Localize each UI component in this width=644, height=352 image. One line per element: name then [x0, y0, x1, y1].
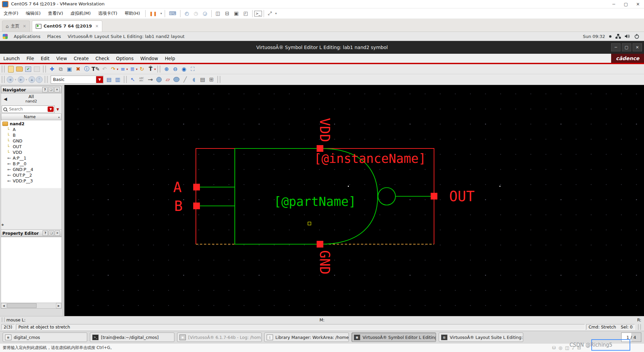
notes-icon[interactable]: ▤ [199, 76, 207, 84]
tree-net-out[interactable]: └OUT [2, 144, 61, 149]
menu-view[interactable]: View [53, 56, 70, 61]
pin-label-gnd[interactable]: GND [317, 250, 332, 274]
rotate-icon[interactable]: ↻ [138, 65, 146, 73]
virtuoso-maximize-button[interactable]: ▢ [622, 43, 631, 51]
menu-edit[interactable]: Edit [37, 56, 53, 61]
tray-hdd-icon[interactable]: ⛁ [552, 345, 556, 350]
pin-square-b[interactable] [193, 203, 200, 209]
tree-name-header[interactable]: Name ▴ [1, 114, 61, 120]
navigator-titlebar[interactable]: Navigator ? ❏ ✕ [1, 86, 61, 93]
property-float-icon[interactable]: ❏ [49, 230, 54, 236]
create-polygon-icon[interactable]: ▱ [164, 76, 172, 84]
label-size-icon[interactable]: T̂ [147, 65, 155, 73]
pin-square-out[interactable] [431, 193, 437, 200]
tree-net-a[interactable]: └A [2, 127, 61, 132]
minimize-button[interactable]: ─ [608, 0, 620, 8]
redo-icon[interactable]: ↷ [109, 65, 117, 73]
vm-menu-tabs[interactable]: 选项卡(T) [94, 10, 121, 16]
navigator-float-icon[interactable]: ❏ [48, 87, 54, 92]
create-label-icon[interactable]: ABCabc [138, 76, 146, 84]
layers-icon[interactable]: ▤ [105, 76, 113, 84]
send-ctrl-alt-del-icon[interactable]: ⌨ [167, 10, 179, 16]
close-button[interactable]: ✕ [632, 0, 644, 8]
align-icon[interactable]: ≡ [119, 65, 127, 73]
select-cursor-icon[interactable]: ↖ [129, 76, 137, 84]
menu-create[interactable]: Create [70, 56, 92, 61]
property-editor-titlebar[interactable]: Property Editor ? ❏ ✕ [1, 229, 62, 237]
task-library-manager[interactable]: ▯ Library Manager: WorkArea: /home/... [264, 333, 349, 342]
tab-home[interactable]: ⌂ 主页 ✕ [2, 20, 30, 32]
vm-menu-view[interactable]: 查看(V) [44, 10, 67, 16]
create-circle-icon[interactable] [155, 76, 163, 84]
tree-net-gnd[interactable]: └GND [2, 138, 61, 144]
tree-pin-a[interactable]: ⊸A:P__1 [2, 155, 61, 161]
pin-square-vdd[interactable] [317, 145, 323, 152]
menu-file[interactable]: File [23, 56, 38, 61]
property-list-icon[interactable]: ⊞ [207, 76, 215, 84]
fit-view-icon[interactable]: ⛶ [189, 65, 197, 73]
redo-dropdown-icon[interactable]: ▾ [117, 68, 118, 71]
label-size-dropdown-icon[interactable]: ▾ [154, 68, 156, 71]
tree-pin-out[interactable]: ⊸OUT:P__2 [2, 172, 61, 178]
move-icon[interactable]: ✚ [48, 65, 56, 73]
places-menu[interactable]: Places [44, 34, 64, 39]
take-snapshot-icon[interactable]: ◴ [182, 10, 191, 16]
open-console-icon[interactable]: >_ [254, 11, 262, 16]
unity-mode-icon[interactable]: ◰ [241, 10, 251, 16]
new-cellview-icon[interactable] [7, 65, 15, 73]
network-icon[interactable] [615, 34, 621, 39]
menu-window[interactable]: Window [137, 56, 161, 61]
show-library-icon[interactable]: ◫ [213, 10, 223, 16]
task-virtuoso-log[interactable]: ▣ [VirtuosoÂ® 6.1.7-64b - Log: /hom... [177, 333, 262, 342]
menu-help[interactable]: Help [161, 56, 178, 61]
create-ellipse-icon[interactable] [172, 76, 180, 84]
pin-label-out[interactable]: OUT [449, 188, 475, 205]
palette-combobox[interactable]: Basic ▼ [51, 76, 103, 84]
pin-square-a[interactable] [193, 184, 200, 190]
zoom-fit-icon[interactable]: ◉ [180, 65, 188, 73]
navigator-close-icon[interactable]: ✕ [54, 87, 60, 92]
open-icon[interactable] [15, 65, 23, 73]
menu-check[interactable]: Check [92, 56, 113, 61]
navigator-help-icon[interactable]: ? [42, 87, 48, 92]
delete-icon[interactable]: ✖ [74, 65, 82, 73]
pin-label-a[interactable]: A [173, 179, 181, 195]
fit-guest-icon[interactable]: ⤢ [266, 10, 274, 16]
tree-pin-b[interactable]: ⊸B:P__0 [2, 161, 61, 167]
tree-pin-gnd[interactable]: ⊸GND:P__4 [2, 167, 61, 172]
tree-pin-vdd[interactable]: ⊸VDD:P__3 [2, 178, 61, 184]
tab-centos-close-icon[interactable]: ✕ [95, 24, 99, 29]
suspend-vm-icon[interactable]: ❚❚ [147, 11, 159, 16]
scroll-left-icon[interactable]: ◀ [1, 303, 6, 308]
nand-bubble[interactable] [378, 188, 395, 205]
properties-info-icon[interactable]: ⓘ [83, 65, 91, 73]
power-icon[interactable] [634, 34, 639, 39]
scrollbar-thumb[interactable] [7, 303, 37, 308]
fullscreen-icon[interactable]: ▣ [231, 10, 241, 16]
fit-guest-dropdown-icon[interactable]: ▾ [274, 12, 278, 15]
vm-menu-file[interactable]: 文件(F) [0, 10, 22, 16]
suspend-dropdown-icon[interactable]: ▾ [159, 12, 163, 15]
vm-menu-help[interactable]: 帮助(H) [121, 10, 144, 16]
active-window-item[interactable]: VirtuosoÂ® Layout Suite L Editing: lab1 … [64, 34, 188, 39]
distribute-dropdown-icon[interactable]: ▾ [136, 68, 138, 71]
zoom-out-icon[interactable]: ⊖ [171, 65, 179, 73]
maximize-button[interactable]: ▢ [620, 0, 632, 8]
search-input[interactable] [8, 106, 48, 112]
distro-logo-icon[interactable] [3, 34, 8, 39]
symbol-canvas[interactable]: A B OUT VDD GND [@instanceName] [@partNa… [64, 85, 644, 316]
clock[interactable]: Sun 09:32 [583, 34, 605, 39]
show-thumbnail-bar-icon[interactable]: ⊟ [223, 10, 232, 16]
edit-text-icon[interactable]: T✎ [92, 65, 100, 73]
tree-net-vdd[interactable]: └VDD [2, 149, 61, 155]
menu-options[interactable]: Options [113, 56, 137, 61]
pin-label-b[interactable]: B [174, 198, 182, 214]
descend-icon[interactable]: ▣ [65, 65, 73, 73]
menu-launch[interactable]: Launch [0, 56, 23, 61]
virtuoso-close-button[interactable]: ✕ [633, 43, 642, 51]
zoom-in-icon[interactable]: ⊕ [162, 65, 170, 73]
property-close-icon[interactable]: ✕ [55, 230, 60, 236]
instance-name-label[interactable]: [@instanceName] [314, 151, 426, 166]
property-hscrollbar[interactable]: ◀ ▶ [1, 303, 61, 308]
task-layout-suite[interactable]: ▨ VirtuosoÂ® Layout Suite L Editing: L..… [439, 333, 523, 342]
